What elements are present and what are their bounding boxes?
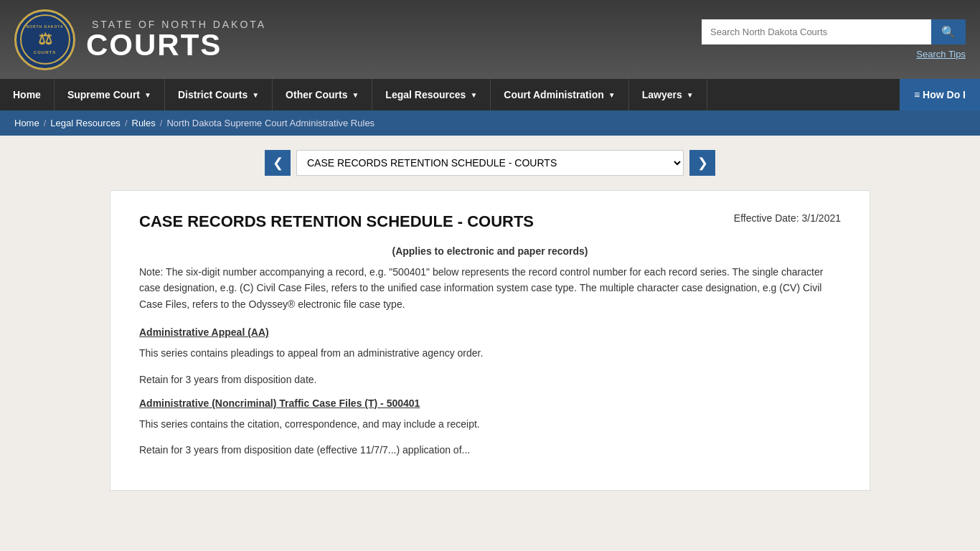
breadcrumb-home[interactable]: Home	[14, 118, 39, 128]
header-left: NORTH DAKOTA ⚖ COURTS STATE OF NORTH DAK…	[14, 9, 272, 70]
site-seal: NORTH DAKOTA ⚖ COURTS	[14, 9, 75, 70]
nav-lawyers[interactable]: Lawyers ▼	[629, 79, 707, 110]
section1-title: Administrative Appeal (AA)	[139, 326, 841, 338]
search-input[interactable]	[702, 19, 931, 44]
content-wrapper: ❮ CASE RECORDS RETENTION SCHEDULE - COUR…	[95, 150, 885, 491]
doc-note: Note: The six-digit number accompanying …	[139, 264, 841, 312]
doc-nav-select[interactable]: CASE RECORDS RETENTION SCHEDULE - COURTS	[296, 150, 684, 176]
how-do-i-button[interactable]: ≡ How Do I	[900, 79, 980, 110]
nav-district-courts[interactable]: District Courts ▼	[165, 79, 273, 110]
breadcrumb-current: North Dakota Supreme Court Administrativ…	[166, 118, 374, 128]
nav-court-administration[interactable]: Court Administration ▼	[491, 79, 628, 110]
nav-legal-resources[interactable]: Legal Resources ▼	[372, 79, 491, 110]
doc-title: CASE RECORDS RETENTION SCHEDULE - COURTS	[139, 212, 534, 231]
document-content: CASE RECORDS RETENTION SCHEDULE - COURTS…	[110, 190, 870, 491]
search-bar: 🔍	[702, 19, 966, 44]
site-header: NORTH DAKOTA ⚖ COURTS STATE OF NORTH DAK…	[0, 0, 980, 79]
section2-para2: Retain for 3 years from disposition date…	[139, 442, 841, 458]
site-logo-text: STATE OF NORTH DAKOTA COURTS	[86, 19, 272, 60]
nav-home[interactable]: Home	[0, 79, 55, 110]
prev-doc-button[interactable]: ❮	[265, 150, 291, 176]
section1-para2: Retain for 3 years from disposition date…	[139, 372, 841, 387]
doc-subtitle: (Applies to electronic and paper records…	[139, 245, 841, 257]
courts-name: COURTS	[86, 30, 272, 60]
section2-title: Administrative (Noncriminal) Traffic Cas…	[139, 397, 841, 409]
doc-effective-date: Effective Date: 3/1/2021	[734, 212, 841, 224]
search-tips-link[interactable]: Search Tips	[916, 49, 966, 60]
nav-supreme-court[interactable]: Supreme Court ▼	[55, 79, 165, 110]
nav-other-courts[interactable]: Other Courts ▼	[273, 79, 372, 110]
breadcrumb: Home / Legal Resources / Rules / North D…	[0, 110, 980, 136]
doc-title-row: CASE RECORDS RETENTION SCHEDULE - COURTS…	[139, 212, 841, 231]
section2-para1: This series contains the citation, corre…	[139, 416, 841, 432]
header-right: 🔍 Search Tips	[702, 19, 966, 60]
main-nav: Home Supreme Court ▼ District Courts ▼ O…	[0, 79, 980, 110]
doc-navigator: ❮ CASE RECORDS RETENTION SCHEDULE - COUR…	[110, 150, 870, 176]
search-button[interactable]: 🔍	[931, 19, 966, 44]
next-doc-button[interactable]: ❯	[689, 150, 715, 176]
breadcrumb-rules[interactable]: Rules	[132, 118, 156, 128]
breadcrumb-legal-resources[interactable]: Legal Resources	[50, 118, 121, 128]
section1-para1: This series contains pleadings to appeal…	[139, 345, 841, 361]
